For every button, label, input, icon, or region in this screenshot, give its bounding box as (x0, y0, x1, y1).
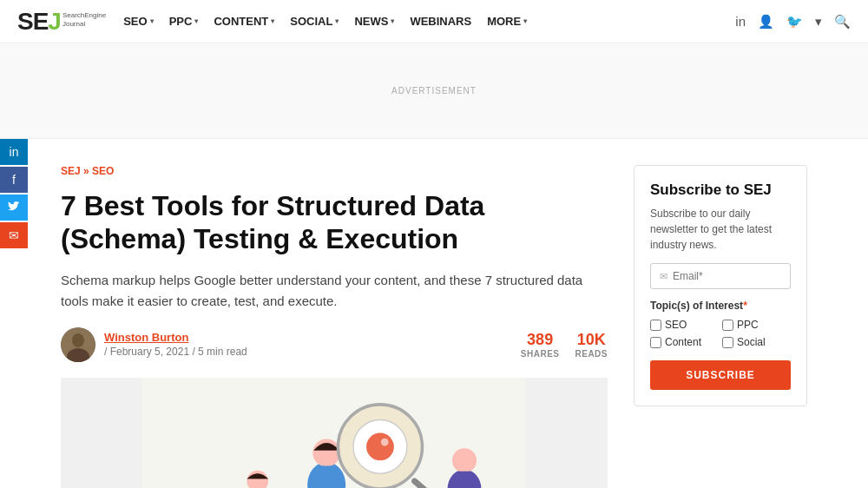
navbar-right: in 👤 🐦 ▾ 🔍 (735, 14, 851, 30)
logo-subtitle: SearchEngine Journal (62, 11, 106, 28)
user-icon[interactable]: 👤 (758, 14, 774, 30)
linkedin-icon[interactable]: in (735, 14, 746, 29)
logo-text: SEJ (17, 8, 61, 36)
share-email-button[interactable]: ✉ (0, 222, 28, 248)
article-title: 7 Best Tools for Structured Data (Schema… (61, 189, 608, 256)
author-name[interactable]: Winston Burton (104, 331, 247, 344)
share-linkedin-button[interactable]: in (0, 139, 28, 165)
email-field[interactable] (673, 270, 781, 282)
nav-item-webinars[interactable]: WEBINARS (410, 15, 471, 28)
topic-seo-checkbox[interactable] (650, 320, 661, 331)
chevron-down-icon: ▾ (335, 17, 339, 25)
svg-rect-10 (316, 465, 338, 488)
author-avatar (61, 327, 95, 362)
email-icon: ✉ (660, 271, 667, 282)
topics-grid: SEO PPC Content Social (650, 319, 791, 348)
topic-ppc[interactable]: PPC (722, 319, 791, 331)
article-stats: 389 SHARES 10K READS (521, 331, 608, 359)
email-input-wrapper[interactable]: ✉ (650, 263, 791, 289)
advertisement-banner: ADVERTISEMENT (0, 43, 868, 139)
publish-date: / February 5, 2021 / 5 min read (104, 346, 247, 358)
chevron-down-icon[interactable]: ▾ (815, 14, 822, 30)
svg-point-1 (72, 333, 84, 347)
topics-label: Topic(s) of Interest* (650, 300, 791, 312)
meta-author-date: Winston Burton / February 5, 2021 / 5 mi… (104, 331, 247, 358)
article-hero-image (61, 378, 608, 488)
navbar: SEJ SearchEngine Journal SEO ▾ PPC ▾ CON… (0, 0, 868, 43)
svg-rect-13 (455, 471, 473, 488)
article-description: Schema markup helps Google better unders… (61, 270, 608, 312)
nav-item-news[interactable]: NEWS ▾ (354, 15, 394, 28)
nav-item-ppc[interactable]: PPC ▾ (169, 15, 199, 28)
chevron-down-icon: ▾ (150, 17, 154, 25)
sidebar: Subscribe to SEJ Subscribe to our daily … (634, 165, 807, 488)
chevron-down-icon: ▾ (391, 17, 394, 25)
subscribe-title: Subscribe to SEJ (650, 181, 791, 199)
nav-item-social[interactable]: SOCIAL ▾ (290, 15, 339, 28)
subscribe-box: Subscribe to SEJ Subscribe to our daily … (634, 165, 807, 406)
chevron-down-icon: ▾ (523, 17, 527, 25)
svg-point-7 (381, 438, 389, 445)
article-meta: Winston Burton / February 5, 2021 / 5 mi… (61, 327, 608, 362)
main-layout: SEJ » SEO 7 Best Tools for Structured Da… (43, 165, 825, 488)
nav-item-content[interactable]: CONTENT ▾ (214, 15, 274, 28)
share-twitter-button[interactable] (0, 195, 28, 221)
svg-point-6 (366, 432, 394, 460)
breadcrumb: SEJ » SEO (61, 165, 608, 177)
twitter-icon[interactable]: 🐦 (786, 14, 803, 30)
topic-content-checkbox[interactable] (650, 337, 661, 348)
logo[interactable]: SEJ SearchEngine Journal (17, 8, 106, 36)
topic-social[interactable]: Social (722, 336, 791, 348)
article-section: SEJ » SEO 7 Best Tools for Structured Da… (61, 165, 608, 488)
subscribe-description: Subscribe to our daily newsletter to get… (650, 206, 791, 253)
chevron-down-icon: ▾ (271, 17, 274, 25)
subscribe-button[interactable]: SUBSCRIBE (650, 360, 791, 390)
nav-menu: SEO ▾ PPC ▾ CONTENT ▾ SOCIAL ▾ NEWS ▾ WE… (123, 15, 527, 28)
topic-social-checkbox[interactable] (722, 337, 733, 348)
topic-ppc-checkbox[interactable] (722, 320, 733, 331)
topic-seo[interactable]: SEO (650, 319, 719, 331)
topic-content[interactable]: Content (650, 336, 719, 348)
navbar-left: SEJ SearchEngine Journal SEO ▾ PPC ▾ CON… (17, 8, 527, 36)
nav-item-seo[interactable]: SEO ▾ (123, 15, 153, 28)
shares-stat: 389 SHARES (521, 331, 560, 359)
chevron-down-icon: ▾ (194, 17, 198, 25)
stats-row: 389 SHARES 10K READS (521, 331, 608, 359)
reads-stat: 10K READS (575, 331, 608, 359)
social-sidebar: in f ✉ (0, 139, 28, 248)
nav-item-more[interactable]: MORE ▾ (487, 15, 527, 28)
search-icon[interactable]: 🔍 (834, 14, 851, 30)
share-facebook-button[interactable]: f (0, 167, 28, 193)
svg-point-12 (452, 448, 477, 472)
